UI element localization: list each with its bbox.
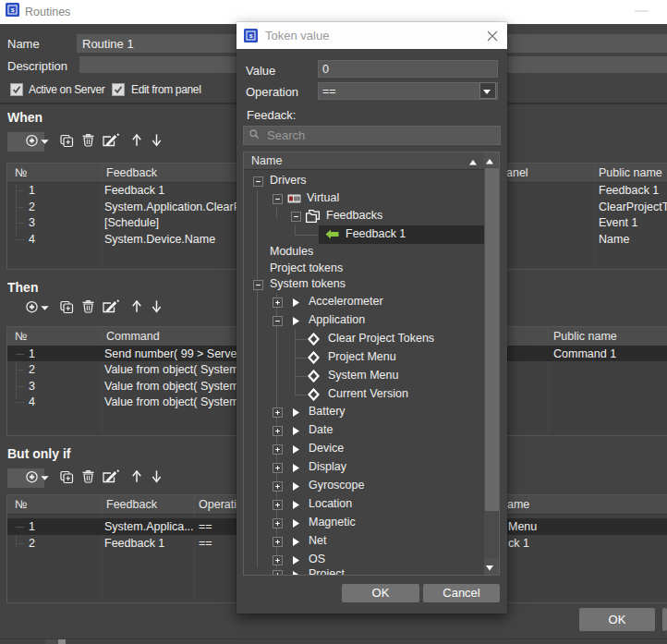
svg-text:s: s: [249, 32, 253, 39]
svg-text:s: s: [11, 6, 15, 13]
